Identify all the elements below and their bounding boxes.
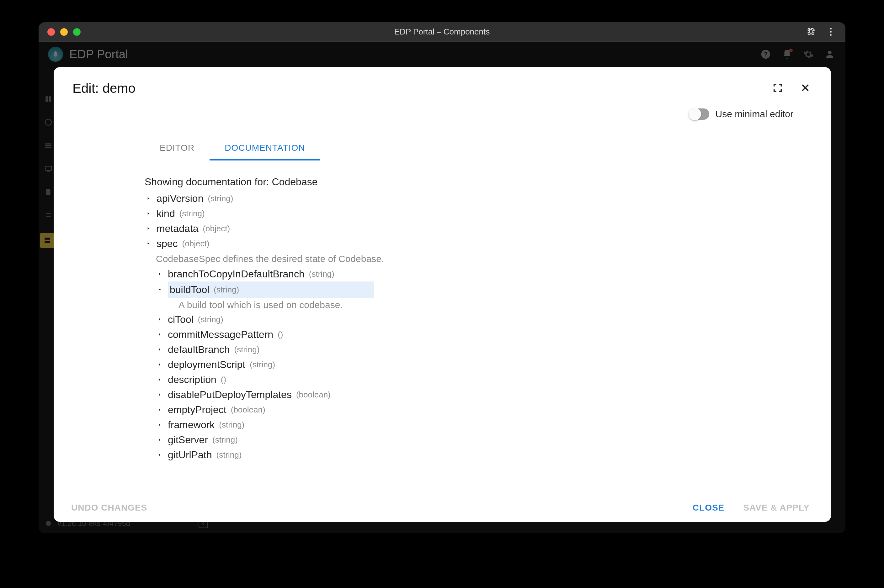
- dialog-footer: Undo changes Close Save & apply: [54, 494, 831, 522]
- browser-menu-icon[interactable]: [826, 27, 835, 37]
- tree-row[interactable]: gitUrlPath (string): [144, 447, 774, 462]
- extensions-icon[interactable]: [806, 27, 816, 37]
- prop-type: (string): [234, 344, 259, 356]
- chevron-right-icon[interactable]: [144, 226, 152, 231]
- save-apply-button[interactable]: Save & apply: [737, 498, 816, 518]
- tree-row[interactable]: apiVersion (string): [144, 191, 774, 206]
- tree-row[interactable]: defaultBranch (string): [144, 342, 774, 357]
- tree-row[interactable]: disablePutDeployTemplates (boolean): [144, 387, 774, 402]
- tree-row[interactable]: ciTool (string): [144, 312, 774, 327]
- prop-name: apiVersion: [156, 191, 203, 206]
- titlebar-right: [806, 27, 845, 37]
- prop-type: (boolean): [296, 388, 331, 401]
- prop-name: kind: [156, 206, 175, 221]
- tree-row[interactable]: deploymentScript (string): [144, 357, 774, 372]
- prop-name: framework: [168, 417, 215, 432]
- prop-name: defaultBranch: [168, 342, 230, 357]
- chevron-right-icon[interactable]: [156, 407, 164, 412]
- prop-name: description: [168, 372, 216, 387]
- close-dialog-button[interactable]: Close: [686, 498, 731, 518]
- prop-name: metadata: [156, 221, 198, 236]
- tree-description: A build tool which is used on codebase.: [144, 298, 774, 312]
- chevron-right-icon[interactable]: [156, 377, 164, 382]
- prop-name: emptyProject: [168, 402, 227, 417]
- tree-description: CodebaseSpec defines the desired state o…: [144, 252, 774, 266]
- documentation-body: Showing documentation for: Codebase apiV…: [54, 160, 831, 494]
- tree-row[interactable]: gitServer (string): [144, 432, 774, 447]
- prop-type: (object): [203, 222, 230, 235]
- chevron-right-icon[interactable]: [156, 271, 164, 277]
- prop-type: (string): [212, 434, 238, 446]
- window-title: EDP Portal – Components: [39, 27, 845, 37]
- tree-row-spec[interactable]: spec (object): [144, 236, 774, 251]
- prop-type: (object): [182, 238, 209, 250]
- prop-type: (string): [207, 192, 233, 205]
- tree-row[interactable]: emptyProject (boolean): [144, 402, 774, 417]
- chevron-right-icon[interactable]: [156, 332, 164, 337]
- chevron-down-icon[interactable]: [156, 287, 164, 292]
- edit-dialog: Edit: demo Use minimal editor Editor Doc…: [54, 67, 831, 522]
- chevron-right-icon[interactable]: [156, 346, 164, 352]
- chevron-right-icon[interactable]: [156, 422, 164, 428]
- prop-type: (boolean): [231, 404, 265, 416]
- chevron-right-icon[interactable]: [156, 392, 164, 398]
- prop-type: (string): [309, 268, 334, 280]
- dialog-title: Edit: demo: [72, 81, 135, 96]
- chevron-right-icon[interactable]: [144, 211, 152, 216]
- prop-name: commitMessagePattern: [168, 327, 273, 342]
- tree-row[interactable]: metadata (object): [144, 221, 774, 236]
- minimal-editor-toggle[interactable]: [689, 108, 709, 120]
- chevron-right-icon[interactable]: [144, 196, 152, 201]
- prop-type: (): [221, 374, 226, 386]
- fullscreen-button[interactable]: [771, 81, 785, 94]
- prop-name: gitServer: [168, 432, 208, 447]
- close-button[interactable]: [798, 81, 812, 94]
- prop-type: (string): [198, 314, 223, 326]
- tree-row-selected[interactable]: buildTool (string): [144, 282, 774, 298]
- titlebar: EDP Portal – Components: [39, 22, 845, 42]
- traffic-lights: [39, 28, 81, 36]
- prop-name: disablePutDeployTemplates: [168, 387, 292, 402]
- tree-row[interactable]: description (): [144, 372, 774, 387]
- prop-type: (string): [219, 419, 244, 431]
- prop-name: gitUrlPath: [168, 447, 212, 462]
- prop-name: deploymentScript: [168, 357, 245, 372]
- traffic-light-close[interactable]: [47, 28, 55, 36]
- tree-row[interactable]: branchToCopyInDefaultBranch (string): [144, 266, 774, 282]
- prop-name: ciTool: [168, 312, 194, 327]
- tree-row[interactable]: commitMessagePattern (): [144, 327, 774, 342]
- tab-documentation[interactable]: Documentation: [209, 135, 320, 160]
- prop-type: (string): [250, 358, 275, 371]
- chevron-right-icon[interactable]: [156, 362, 164, 368]
- prop-type: (): [278, 328, 283, 341]
- prop-type: (string): [179, 207, 205, 220]
- prop-name: buildTool: [170, 282, 209, 297]
- tree-row[interactable]: framework (string): [144, 417, 774, 432]
- tab-editor[interactable]: Editor: [144, 135, 209, 160]
- undo-changes-button[interactable]: Undo changes: [65, 498, 153, 518]
- prop-name: branchToCopyInDefaultBranch: [168, 266, 305, 282]
- schema-tree: apiVersion (string)kind (string)metadata…: [144, 191, 774, 462]
- traffic-light-minimize[interactable]: [60, 28, 68, 36]
- traffic-light-maximize[interactable]: [73, 28, 81, 36]
- doc-heading: Showing documentation for: Codebase: [144, 176, 774, 188]
- toggle-row: Use minimal editor: [54, 96, 831, 120]
- tree-row[interactable]: kind (string): [144, 206, 774, 221]
- chevron-right-icon[interactable]: [156, 452, 164, 458]
- minimal-editor-label: Use minimal editor: [716, 109, 793, 119]
- prop-name: spec: [156, 236, 178, 251]
- chevron-right-icon[interactable]: [156, 316, 164, 322]
- chevron-down-icon[interactable]: [144, 241, 152, 246]
- prop-type: (string): [216, 449, 242, 461]
- dialog-header: Edit: demo: [54, 67, 831, 96]
- chevron-right-icon[interactable]: [156, 437, 164, 442]
- tabs: Editor Documentation: [54, 120, 831, 160]
- prop-type: (string): [213, 284, 239, 296]
